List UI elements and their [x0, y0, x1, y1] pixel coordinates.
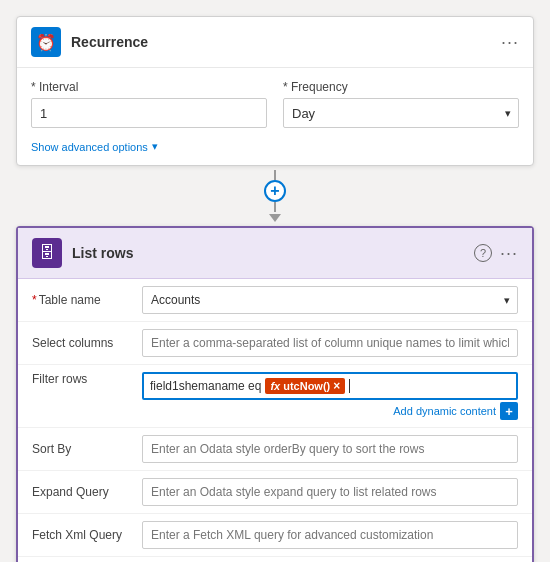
- table-name-select-wrapper: Accounts Contacts Leads Opportunities ▾: [142, 286, 518, 314]
- table-name-row: *Table name Accounts Contacts Leads Oppo…: [18, 279, 532, 322]
- fetch-xml-label: Fetch Xml Query: [32, 528, 142, 542]
- add-step-button[interactable]: +: [264, 180, 286, 202]
- table-name-label: *Table name: [32, 293, 142, 307]
- expand-query-input[interactable]: [142, 478, 518, 506]
- list-rows-body: *Table name Accounts Contacts Leads Oppo…: [18, 279, 532, 562]
- row-count-row: Row count: [18, 557, 532, 562]
- filter-rows-field: field1shemaname eq fx utcNow() × Add dyn…: [142, 372, 518, 420]
- list-rows-header-icons: ? ···: [474, 243, 518, 264]
- fetch-xml-field: [142, 521, 518, 549]
- fetch-xml-row: Fetch Xml Query: [18, 514, 532, 557]
- filter-rows-inner: Filter rows field1shemaname eq fx utcNow…: [32, 372, 518, 420]
- add-dynamic-content-icon[interactable]: +: [500, 402, 518, 420]
- select-columns-row: Select columns: [18, 322, 532, 365]
- expand-query-row: Expand Query: [18, 471, 532, 514]
- connector-arrow-icon: [269, 214, 281, 222]
- frequency-group: * Frequency Day Second Minute Hour Week …: [283, 80, 519, 128]
- table-name-select[interactable]: Accounts Contacts Leads Opportunities: [142, 286, 518, 314]
- show-advanced-toggle[interactable]: Show advanced options ▾: [31, 140, 519, 153]
- filter-badge-close-icon[interactable]: ×: [333, 379, 340, 393]
- recurrence-menu-dots[interactable]: ···: [501, 32, 519, 53]
- fx-icon: fx: [270, 380, 280, 392]
- list-rows-icon: 🗄: [32, 238, 62, 268]
- recurrence-body: * Interval * Frequency Day Second Minute…: [17, 68, 533, 165]
- interval-label: * Interval: [31, 80, 267, 94]
- show-advanced-chevron-icon: ▾: [152, 140, 158, 153]
- select-columns-input[interactable]: [142, 329, 518, 357]
- filter-badge-value: utcNow(): [283, 380, 330, 392]
- help-icon[interactable]: ?: [474, 244, 492, 262]
- fetch-xml-input[interactable]: [142, 521, 518, 549]
- filter-prefix-text: field1shemaname eq: [150, 379, 261, 393]
- list-rows-title: List rows: [72, 245, 464, 261]
- sort-by-row: Sort By: [18, 428, 532, 471]
- table-name-field: Accounts Contacts Leads Opportunities ▾: [142, 286, 518, 314]
- frequency-label: * Frequency: [283, 80, 519, 94]
- connector-line-bottom: [274, 202, 276, 212]
- select-columns-label: Select columns: [32, 336, 142, 350]
- filter-cursor: [349, 379, 350, 393]
- sort-by-input[interactable]: [142, 435, 518, 463]
- connector-line-top: [274, 170, 276, 180]
- filter-rows-row: Filter rows field1shemaname eq fx utcNow…: [18, 365, 532, 428]
- list-rows-card: 🗄 List rows ? ··· *Table name Accounts C…: [16, 226, 534, 562]
- sort-by-field: [142, 435, 518, 463]
- show-advanced-label: Show advanced options: [31, 141, 148, 153]
- add-dynamic-content-row: Add dynamic content +: [142, 402, 518, 420]
- frequency-select-wrapper: Day Second Minute Hour Week Month ▾: [283, 98, 519, 128]
- add-dynamic-content-label[interactable]: Add dynamic content: [393, 405, 496, 417]
- step-connector: +: [16, 166, 534, 226]
- list-rows-header: 🗄 List rows ? ···: [18, 228, 532, 279]
- recurrence-form-row: * Interval * Frequency Day Second Minute…: [31, 80, 519, 128]
- select-columns-field: [142, 329, 518, 357]
- recurrence-header: ⏰ Recurrence ···: [17, 17, 533, 68]
- filter-fx-badge[interactable]: fx utcNow() ×: [265, 378, 345, 394]
- interval-input[interactable]: [31, 98, 267, 128]
- expand-query-field: [142, 478, 518, 506]
- filter-input-area[interactable]: field1shemaname eq fx utcNow() ×: [142, 372, 518, 400]
- recurrence-title: Recurrence: [71, 34, 491, 50]
- filter-rows-label: Filter rows: [32, 372, 142, 386]
- frequency-select[interactable]: Day Second Minute Hour Week Month: [283, 98, 519, 128]
- recurrence-icon: ⏰: [31, 27, 61, 57]
- recurrence-card: ⏰ Recurrence ··· * Interval * Frequency …: [16, 16, 534, 166]
- expand-query-label: Expand Query: [32, 485, 142, 499]
- interval-group: * Interval: [31, 80, 267, 128]
- list-rows-menu-dots[interactable]: ···: [500, 243, 518, 264]
- sort-by-label: Sort By: [32, 442, 142, 456]
